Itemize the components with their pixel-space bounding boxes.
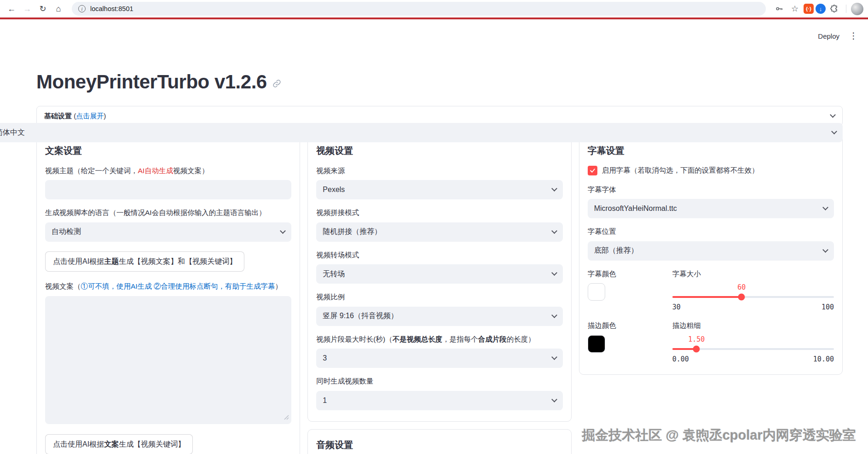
- subtitle-size-label: 字幕大小: [672, 269, 834, 279]
- subtitle-font-select[interactable]: MicrosoftYaHeiNormal.ttc: [588, 199, 834, 218]
- slider-max: 10.00: [813, 355, 834, 363]
- script-language-select[interactable]: 自动检测: [45, 222, 291, 242]
- app-menu-icon[interactable]: ⋮: [849, 30, 858, 41]
- concat-mode-select[interactable]: 随机拼接（推荐）: [316, 222, 562, 242]
- enable-subtitles-label: 启用字幕（若取消勾选，下面的设置都将不生效）: [602, 166, 759, 175]
- subtitle-position-label: 字幕位置: [588, 227, 834, 237]
- stroke-width-slider[interactable]: 1.50 0.00 10.00: [672, 335, 834, 363]
- extension-download-icon[interactable]: ↓: [816, 4, 826, 14]
- slider-track[interactable]: [672, 296, 834, 298]
- bookmark-star-icon[interactable]: ☆: [788, 2, 802, 16]
- video-script-label: 视频文案（①可不填，使用AI生成 ②合理使用标点断句，有助于生成字幕）: [45, 281, 291, 291]
- enable-subtitles-checkbox[interactable]: [588, 166, 597, 175]
- script-language-label: 生成视频脚本的语言（一般情况AI会自动根据你输入的主题语言输出）: [45, 208, 291, 218]
- subtitle-color-label: 字幕颜色: [588, 269, 665, 279]
- video-source-label: 视频来源: [316, 166, 562, 176]
- slider-track[interactable]: [672, 348, 834, 350]
- toolbar-divider: [846, 5, 846, 13]
- audio-settings-heading: 音频设置: [316, 439, 562, 451]
- script-settings-heading: 文案设置: [45, 145, 291, 157]
- reload-icon[interactable]: ↻: [36, 2, 50, 16]
- clip-duration-label: 视频片段最大时长(秒)（不是视频总长度，是指每个合成片段的长度）: [316, 334, 562, 344]
- subtitle-settings-card: 字幕设置 启用字幕（若取消勾选，下面的设置都将不生效） 字幕字体 Microso…: [579, 135, 843, 375]
- aspect-ratio-select[interactable]: 竖屏 9:16（抖音视频）: [316, 307, 562, 326]
- browser-toolbar: ← → ↻ ⌂ i localhost:8501 ☆ {·} ↓: [0, 0, 868, 17]
- chevron-down-icon: [831, 128, 837, 134]
- chevron-down-icon: [551, 354, 557, 360]
- page-title: MoneyPrinterTurbo v1.2.6: [36, 71, 843, 93]
- home-icon[interactable]: ⌂: [52, 2, 65, 16]
- password-key-icon[interactable]: [772, 2, 786, 16]
- expander-title: 基础设置: [44, 112, 72, 120]
- url-text: localhost:8501: [90, 5, 133, 12]
- deploy-button[interactable]: Deploy: [818, 32, 839, 40]
- clip-duration-select[interactable]: 3: [316, 349, 562, 368]
- slider-thumb[interactable]: [693, 345, 700, 352]
- chevron-down-icon: [830, 112, 836, 118]
- chevron-down-icon: [551, 186, 557, 192]
- anchor-link-icon[interactable]: [272, 79, 281, 88]
- concat-mode-label: 视频拼接模式: [316, 208, 562, 218]
- slider-fill: [672, 296, 742, 298]
- address-bar[interactable]: i localhost:8501: [72, 2, 766, 16]
- aspect-ratio-label: 视频比例: [316, 292, 562, 302]
- chevron-down-icon: [551, 312, 557, 318]
- subtitle-settings-heading: 字幕设置: [588, 145, 834, 157]
- app-main: MoneyPrinterTurbo v1.2.6 zh - 简体中文 基础设置 …: [0, 71, 868, 454]
- watermark-text: 掘金技术社区 @ 袁煦丞cpolar内网穿透实验室: [582, 426, 856, 445]
- generate-keywords-button[interactable]: 点击使用AI根据文案生成【视频关键词】: [45, 434, 193, 454]
- chevron-down-icon: [280, 228, 286, 234]
- profile-avatar[interactable]: [851, 3, 863, 15]
- chevron-down-icon: [551, 228, 557, 234]
- chevron-down-icon: [822, 247, 828, 253]
- resize-grip-icon[interactable]: [284, 413, 289, 422]
- transition-mode-select[interactable]: 无转场: [316, 264, 562, 284]
- extension-orange-icon[interactable]: {·}: [804, 4, 814, 14]
- stroke-color-swatch[interactable]: [588, 335, 605, 353]
- expander-expand-link[interactable]: 点击展开: [76, 112, 104, 120]
- streamlit-decoration-bar: [0, 17, 868, 19]
- video-script-textarea[interactable]: [45, 296, 291, 424]
- slider-value: 60: [737, 283, 746, 291]
- subtitle-size-slider[interactable]: 60 30 100: [672, 283, 834, 311]
- video-subject-label: 视频主题（给定一个关键词，AI自动生成视频文案）: [45, 166, 291, 176]
- stroke-width-label: 描边粗细: [672, 320, 834, 331]
- transition-mode-label: 视频转场模式: [316, 250, 562, 260]
- video-settings-card: 视频设置 视频来源 Pexels 视频拼接模式 随机拼接（推荐）: [307, 135, 571, 422]
- extensions-puzzle-icon[interactable]: [827, 2, 841, 16]
- script-settings-card: 文案设置 视频主题（给定一个关键词，AI自动生成视频文案） 生成视频脚本的语言（…: [36, 135, 300, 454]
- back-icon[interactable]: ←: [5, 2, 18, 16]
- forward-icon[interactable]: →: [20, 2, 34, 16]
- audio-settings-card: 音频设置 TTS服务器 Azure TTS V1: [307, 429, 571, 454]
- slider-value: 1.50: [688, 335, 705, 343]
- slider-min: 30: [672, 303, 681, 311]
- video-count-select[interactable]: 1: [316, 391, 562, 410]
- video-subject-input[interactable]: [45, 180, 291, 199]
- chevron-down-icon: [822, 205, 828, 211]
- subtitle-font-label: 字幕字体: [588, 185, 834, 195]
- subtitle-color-swatch[interactable]: [588, 283, 605, 301]
- chevron-down-icon: [551, 396, 557, 402]
- slider-min: 0.00: [672, 355, 689, 363]
- slider-thumb[interactable]: [738, 294, 745, 301]
- video-source-select[interactable]: Pexels: [316, 180, 562, 199]
- subtitle-position-select[interactable]: 底部（推荐）: [588, 241, 834, 261]
- video-count-label: 同时生成视频数量: [316, 376, 562, 386]
- site-info-icon[interactable]: i: [78, 5, 86, 12]
- generate-script-button[interactable]: 点击使用AI根据主题生成【视频文案】和【视频关键词】: [45, 251, 244, 272]
- chevron-down-icon: [551, 270, 557, 276]
- video-settings-heading: 视频设置: [316, 145, 562, 157]
- slider-max: 100: [822, 303, 834, 311]
- ui-language-select[interactable]: zh - 简体中文: [0, 123, 843, 142]
- stroke-color-label: 描边颜色: [588, 320, 665, 331]
